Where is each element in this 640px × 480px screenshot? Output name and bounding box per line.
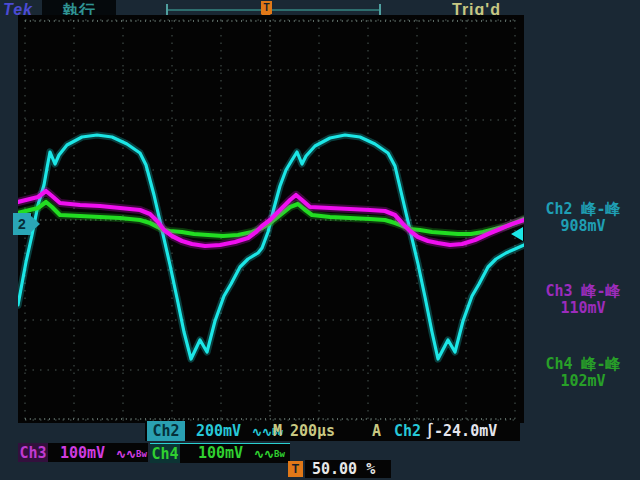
record-trigger-position-icon: T (261, 1, 272, 14)
ch3-scale-readout: 100mV (60, 443, 105, 463)
measurement-ch4-value: 102mV (526, 373, 640, 390)
timebase-label: M (273, 421, 282, 441)
timebase-readout: 200µs (290, 421, 335, 441)
ch2-channel-chip: Ch2 (147, 421, 185, 441)
measurement-ch2-value: 908mV (526, 218, 640, 235)
waveform-plot (18, 15, 524, 423)
measurement-ch3-value: 110mV (526, 300, 640, 317)
trigger-position-label-icon: T (288, 461, 303, 477)
trigger-mode-label: A (372, 421, 381, 441)
ch4-scale-readout: 100mV (198, 443, 243, 463)
ch3-channel-chip: Ch3 (18, 443, 48, 462)
ch3-coupling-icon: ∿∿Bw (116, 443, 147, 464)
measurement-ch4-pkpk: Ch4 峰-峰 102mV (526, 356, 640, 390)
trigger-level-arrow-icon (511, 227, 523, 241)
measurement-ch2-title: Ch2 峰-峰 (526, 201, 640, 218)
measurement-ch4-title: Ch4 峰-峰 (526, 356, 640, 373)
trigger-level-readout: ∫-24.0mV (425, 421, 497, 441)
trigger-position-readout: 50.00 % (312, 459, 375, 479)
ch2-scale-readout: 200mV (196, 421, 241, 441)
ch2-ground-marker: 2 (13, 213, 31, 235)
ch4-channel-chip: Ch4 (150, 443, 180, 463)
ch2-ground-marker-pointer (31, 216, 40, 232)
measurement-ch2-pkpk: Ch2 峰-峰 908mV (526, 201, 640, 235)
scope-display (18, 15, 524, 423)
measurement-ch3-title: Ch3 峰-峰 (526, 283, 640, 300)
measurement-ch3-pkpk: Ch3 峰-峰 110mV (526, 283, 640, 317)
trigger-source-readout: Ch2 (394, 421, 421, 441)
ch4-coupling-icon: ∿∿Bw (254, 443, 285, 464)
